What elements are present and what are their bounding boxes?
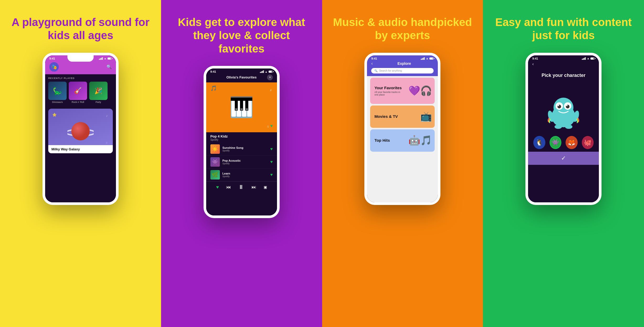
- cat-emoji-movies: 📺: [420, 111, 432, 122]
- thumb-label-party: Party: [95, 101, 101, 103]
- status-icons-3: ▲: [421, 57, 434, 60]
- time-2: 9:41: [210, 70, 216, 73]
- planet-decoration: [67, 118, 94, 145]
- playlist-title: Olivia's Favourites: [226, 75, 257, 79]
- char-select-4[interactable]: 🐙: [582, 136, 594, 149]
- thumb-rock: [69, 82, 87, 100]
- track-thumb-1: ☀️: [210, 144, 220, 154]
- back-arrow[interactable]: ‹: [371, 61, 372, 66]
- thumb-dinosaurs: [48, 82, 67, 100]
- track-heart-3[interactable]: ♥: [270, 172, 273, 177]
- phone-3-wrapper: 9:41 ▲ ‹ Explore �: [364, 53, 440, 205]
- battery-3: [429, 57, 434, 60]
- thumbnail-row: Dinosaurs Rock n' Roll Party: [48, 82, 113, 103]
- album-art-area: 🎵 🎹 ♪ ♫ ♥: [206, 82, 277, 132]
- category-movies[interactable]: Movies & TV 📺: [370, 106, 435, 128]
- phone-4-wrapper: 9:41 ▲ ‹ Pick your character: [525, 53, 602, 205]
- avatar-icon-1[interactable]: 🎭: [49, 62, 59, 72]
- track-info-3: Learn Spotify: [222, 172, 268, 178]
- battery-4: [590, 57, 595, 60]
- thumb-party: [89, 82, 108, 100]
- confirm-bar: ✓: [528, 152, 599, 165]
- signal-2: [260, 70, 264, 73]
- cat-emoji-hits: 🤖🎵: [408, 135, 432, 146]
- panel-3: Music & audio handpickedby experts 9:41 …: [322, 0, 483, 327]
- signal-1: [99, 57, 103, 60]
- cat-title-hits: Top Hits: [374, 138, 390, 143]
- char-row: 🐧 👾 🦊 🐙: [528, 133, 599, 152]
- cat-emoji-favorites: 💜🎧: [408, 85, 432, 96]
- favorite-heart[interactable]: ♥: [270, 124, 273, 128]
- search-placeholder: Search for anything: [379, 69, 402, 72]
- thumbnail-rock[interactable]: Rock n' Roll: [69, 82, 87, 103]
- track-thumb-3: 🌿: [210, 170, 220, 180]
- status-icons-1: ▲: [99, 57, 112, 60]
- panel-1-headline: A playground of sound forkids all ages: [1, 16, 160, 42]
- player-pause[interactable]: ⏸: [238, 184, 244, 191]
- notch-4: [550, 55, 577, 62]
- track-heart-2[interactable]: ♥: [270, 160, 273, 164]
- album-artist: Spotify: [210, 138, 273, 141]
- battery-2: [269, 71, 273, 73]
- player-queue[interactable]: ▣: [264, 185, 267, 189]
- notch-2: [228, 68, 255, 75]
- char-select-1[interactable]: 🐧: [533, 136, 545, 149]
- cat-text-hits: Top Hits: [374, 138, 390, 143]
- playlist-header: Olivia's Favourites ✕: [206, 74, 277, 82]
- confirm-checkmark[interactable]: ✓: [561, 155, 566, 162]
- notch-3: [389, 55, 416, 62]
- wifi-3: ▲: [426, 57, 428, 60]
- search-icon-1[interactable]: 🔍: [107, 64, 112, 69]
- panel-4-headline: Easy and fun with contentjust for kids: [485, 16, 642, 42]
- category-hits[interactable]: Top Hits 🤖🎵: [370, 129, 435, 152]
- featured-card[interactable]: ⭐ ♪ ♫ Milky Way Galaxy: [48, 109, 113, 153]
- phone-2: 9:41 ▲ Olivia's Favourites ✕: [204, 66, 280, 218]
- notch-1: [67, 55, 94, 62]
- track-heart-1[interactable]: ♥: [270, 147, 273, 151]
- player-heart[interactable]: ♥: [216, 184, 219, 190]
- player-next[interactable]: ⏭: [252, 184, 256, 190]
- panel-1: A playground of sound forkids all ages 9…: [0, 0, 161, 327]
- featured-card-inner: Milky Way Galaxy: [48, 145, 113, 153]
- recently-played: RECENTLY PLAYED Dinosaurs Rock n' Roll: [45, 74, 116, 106]
- signal-4: [582, 57, 586, 60]
- panel-3-headline: Music & audio handpickedby experts: [323, 16, 483, 42]
- pick-your-character-title: Pick your character: [528, 73, 599, 78]
- player-prev[interactable]: ⏮: [226, 184, 231, 190]
- track-item-3[interactable]: 🌿 Learn Spotify ♥: [206, 168, 277, 181]
- thumb-label-dinosaurs: Dinosaurs: [52, 101, 63, 103]
- track-item-1[interactable]: ☀️ Sunshine Song Spotify ♥: [206, 143, 277, 156]
- char-select-3[interactable]: 🦊: [566, 136, 578, 149]
- thumb-label-rock: Rock n' Roll: [72, 101, 84, 103]
- track-name-1: Sunshine Song: [222, 146, 268, 149]
- phone-1-header: 🎭 🔍: [45, 61, 116, 74]
- player-bar: ♥ ⏮ ⏸ ⏭ ▣: [206, 181, 277, 193]
- close-button[interactable]: ✕: [267, 75, 273, 80]
- time-4: 9:41: [532, 57, 538, 60]
- wifi-2: ▲: [265, 70, 268, 73]
- signal-3: [421, 57, 425, 60]
- featured-title: Milky Way Galaxy: [51, 147, 110, 151]
- panel-2-headline: Kids get to explore whatthey love & coll…: [161, 16, 322, 55]
- recently-played-label: RECENTLY PLAYED: [48, 77, 113, 80]
- svg-point-13: [565, 125, 572, 129]
- battery-1: [108, 57, 112, 60]
- explore-title: Explore: [375, 61, 434, 66]
- thumbnail-party[interactable]: Party: [89, 82, 108, 103]
- time-1: 9:41: [49, 57, 55, 60]
- search-bar[interactable]: 🔍 Search for anything: [371, 68, 434, 73]
- char-select-2[interactable]: 👾: [550, 136, 562, 149]
- search-icon-3: 🔍: [374, 69, 377, 72]
- cat-text-movies: Movies & TV: [374, 114, 398, 119]
- category-favorites[interactable]: Your Favorites All your favorite tracks …: [370, 78, 435, 104]
- phone-4: 9:41 ▲ ‹ Pick your character: [525, 53, 602, 205]
- character-display: [528, 86, 599, 133]
- phone-1-wrapper: 9:41 ▲ 🎭 🔍 RECENTLY PLAY: [42, 53, 119, 205]
- track-item-2[interactable]: 👾 Pop Acoustic Spotify ♥: [206, 156, 277, 168]
- phone-1: 9:41 ▲ 🎭 🔍 RECENTLY PLAY: [42, 53, 119, 205]
- thumbnail-dinosaurs[interactable]: Dinosaurs: [48, 82, 67, 103]
- back-arrow-4[interactable]: ‹: [532, 62, 534, 66]
- track-thumb-2: 👾: [210, 157, 220, 167]
- cat-title-movies: Movies & TV: [374, 114, 398, 119]
- phone-2-wrapper: 9:41 ▲ Olivia's Favourites ✕: [204, 66, 280, 218]
